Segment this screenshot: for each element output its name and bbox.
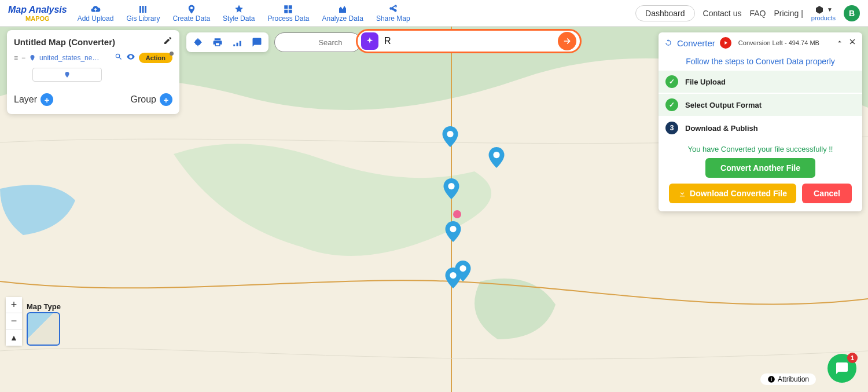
converter-steps-heading: Follow the steps to Convert Data properl… [659,53,862,69]
ai-submit-button[interactable] [558,32,576,50]
ai-spark-icon[interactable] [361,32,378,50]
main-header: Map Analysis MAPOG Add Upload Gis Librar… [0,0,868,27]
download-converted-button[interactable]: Download Converted File [669,184,796,203]
svg-point-4 [450,226,456,232]
library-icon [137,4,149,14]
cube-icon [814,5,825,14]
map-type-label: Map Type [27,302,61,311]
nav-label: Share Map [376,14,410,23]
collapse-icon[interactable] [836,38,844,48]
search-box[interactable] [274,32,361,52]
nav-bar: Add Upload Gis Library Create Data Style… [78,4,410,23]
map-title: Untitled Map (Converter) [14,37,115,47]
nav-create-data[interactable]: Create Data [172,4,210,23]
zoom-in-button[interactable]: + [6,297,22,313]
pricing-link[interactable]: Pricing | [774,9,803,18]
nav-gis-library[interactable]: Gis Library [126,4,160,23]
brand-subtitle: MAPOG [25,15,50,22]
ai-prompt-bar [356,29,582,53]
visibility-toggle-icon[interactable] [126,52,135,63]
contact-link[interactable]: Contact us [703,9,742,18]
layer-action-button[interactable]: Action [139,53,172,63]
converter-panel: Converter Conversion Left - 494.74 MB Fo… [659,32,862,211]
download-icon [678,189,686,197]
conversion-credit: Conversion Left - 494.74 MB [738,39,819,46]
chat-badge-count: 1 [847,353,858,363]
drag-handle-icon[interactable]: ≡ [14,54,18,62]
map-type-switcher: Map Type [27,302,61,346]
zoom-out-button[interactable]: − [6,313,22,329]
refresh-icon[interactable] [664,39,672,47]
layer-style-preview[interactable] [32,68,102,82]
layer-name[interactable]: united_states_ne… [39,54,111,62]
locate-icon[interactable] [192,36,204,48]
products-label: products [811,14,836,21]
products-dropdown[interactable]: ▼ products [811,5,836,21]
step-label: Select Output Format [685,101,762,109]
nav-label: Add Upload [78,14,114,23]
nav-process-data[interactable]: Process Data [267,4,309,23]
nav-style-data[interactable]: Style Data [223,4,255,23]
share-icon [387,4,399,14]
minus-icon[interactable]: − [21,54,25,62]
step-label: File Upload [685,78,726,86]
style-icon [233,4,245,14]
nav-label: Analyze Data [322,14,363,23]
success-message: You have Converted your file successfull… [659,140,862,158]
avatar[interactable]: B [844,5,860,21]
nav-share-map[interactable]: Share Map [376,4,410,23]
nav-add-upload[interactable]: Add Upload [78,4,114,23]
attribution-button[interactable]: i Attribution [760,373,816,385]
step-download-publish[interactable]: 3 Download & Publish [659,117,862,139]
close-icon[interactable] [848,38,856,48]
nav-label: Style Data [223,14,255,23]
youtube-help-icon[interactable] [720,37,731,49]
group-section-label: Group [131,94,156,105]
upload-cloud-icon [90,4,101,14]
print-icon[interactable] [212,36,223,48]
layer-section-label: Layer [14,94,37,105]
map-pin[interactable] [488,147,505,170]
tool-group [186,32,269,52]
check-icon: ✓ [665,75,678,88]
layer-row: ≡ − united_states_ne… Action [14,52,172,63]
step-label: Download & Publish [685,124,758,133]
layer-type-pin-icon [29,54,36,61]
brand-logo[interactable]: Map Analysis MAPOG [8,5,67,22]
faq-link[interactable]: FAQ [749,9,766,18]
measure-icon[interactable] [231,36,243,48]
north-arrow-button[interactable]: ▲ [6,329,22,346]
dashboard-button[interactable]: Dashboard [635,5,695,21]
edit-title-icon[interactable] [163,36,172,47]
map-pin[interactable] [442,126,458,149]
info-icon: i [767,375,775,383]
convert-another-button[interactable]: Convert Another File [705,158,815,178]
comment-icon[interactable] [251,36,263,48]
svg-text:i: i [771,377,772,382]
caret-down-icon: ▼ [827,6,833,13]
attribution-label: Attribution [778,375,809,383]
pin-icon [186,4,197,14]
header-right: Dashboard Contact us FAQ Pricing | ▼ pro… [635,5,860,21]
zoom-control: + − ▲ [6,297,22,346]
map-pin[interactable] [445,268,461,291]
svg-point-1 [447,131,453,137]
layers-panel: Untitled Map (Converter) ≡ − united_stat… [7,30,179,114]
map-pin[interactable] [445,221,461,244]
add-group-button[interactable]: + [160,93,172,106]
chat-button[interactable]: 1 [827,354,856,383]
cancel-button[interactable]: Cancel [802,184,852,203]
svg-point-2 [493,152,499,158]
step-file-upload[interactable]: ✓ File Upload [659,71,862,93]
nav-label: Create Data [172,14,210,23]
nav-label: Gis Library [126,14,160,23]
svg-point-6 [450,272,456,279]
add-layer-button[interactable]: + [41,93,53,106]
step-output-format[interactable]: ✓ Select Output Format [659,94,862,116]
map-type-thumbnail[interactable] [27,312,60,346]
ai-prompt-input[interactable] [384,36,552,46]
nav-analyze-data[interactable]: Analyze Data [322,4,363,23]
zoom-to-layer-icon[interactable] [115,53,123,63]
map-pin[interactable] [443,178,459,202]
converter-title: Converter [677,38,715,48]
